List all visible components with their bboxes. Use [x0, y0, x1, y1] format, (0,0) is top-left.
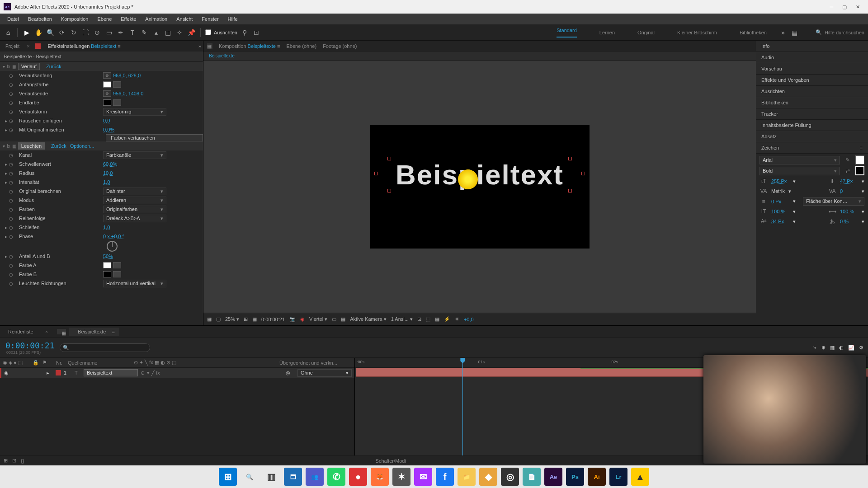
app-orange-icon[interactable]: ◆ — [479, 468, 497, 486]
toggle-icon[interactable]: {} — [21, 458, 24, 464]
workspace-lernen[interactable]: Lernen — [599, 30, 615, 35]
prop-dropdown[interactable]: Dreieck A>B>A — [103, 215, 166, 222]
font-size-value[interactable]: 255 Px — [771, 178, 789, 184]
whatsapp-icon[interactable]: ✆ — [327, 468, 345, 486]
vscale-value[interactable]: 100 % — [771, 209, 789, 214]
tab-close-icon[interactable]: × — [27, 43, 29, 49]
workspace-menu-icon[interactable]: ▦ — [790, 28, 799, 37]
eraser-tool-icon[interactable]: ◫ — [163, 28, 172, 37]
shape-tool-icon[interactable]: ▭ — [104, 28, 113, 37]
collapse-icon[interactable]: ⊕ — [821, 345, 826, 351]
panel-character[interactable]: Zeichen≡ — [756, 142, 868, 154]
stopwatch-icon[interactable] — [9, 170, 15, 176]
workspace-kleiner-bildschirm[interactable]: Kleiner Bildschirm — [677, 30, 717, 35]
stopwatch-icon[interactable] — [9, 82, 15, 87]
color-swatch[interactable] — [103, 271, 111, 277]
composition-viewport[interactable]: Beispieltext — [203, 61, 756, 313]
stopwatch-icon[interactable] — [9, 263, 15, 268]
menu-animation[interactable]: Animation — [141, 14, 172, 23]
prop-value[interactable]: 1,0 — [103, 225, 110, 230]
swap-colors-button[interactable]: Farben vertauschen — [106, 134, 203, 141]
region-icon[interactable]: ▭ — [332, 316, 336, 322]
text-tool-icon[interactable]: T — [128, 28, 137, 37]
stopwatch-icon[interactable] — [9, 206, 15, 212]
prop-value[interactable]: 956,0, 1408,0 — [113, 91, 143, 96]
leading-value[interactable]: 47 Px — [840, 178, 858, 184]
stopwatch-icon[interactable] — [9, 281, 15, 286]
mask-icon[interactable]: ▢ — [216, 316, 221, 322]
stroke-style-dropdown[interactable]: Fläche über Kon… — [803, 197, 864, 206]
camera-dropdown[interactable]: Aktive Kamera ▾ — [350, 316, 387, 322]
teams-icon[interactable]: 👥 — [306, 468, 324, 486]
ae-icon[interactable]: Ae — [544, 468, 562, 486]
timeline-timecode[interactable]: 0:00:00:21 — [0, 341, 60, 350]
fx-header-leuchten[interactable]: ▾fx▦ Leuchten Zurück Optionen... — [0, 141, 203, 150]
prop-value[interactable]: 0 x +0,0 ° — [103, 234, 124, 239]
grid-icon[interactable]: ▦ — [252, 316, 257, 322]
stopwatch-icon[interactable] — [9, 127, 15, 132]
start-icon[interactable]: ⊞ — [219, 468, 237, 486]
views-dropdown[interactable]: 1 Ansi... ▾ — [391, 316, 413, 322]
stopwatch-icon[interactable] — [9, 225, 15, 230]
stopwatch-icon[interactable] — [9, 234, 15, 239]
zoom-dropdown[interactable]: 25% ▾ — [225, 316, 239, 322]
stopwatch-icon[interactable] — [9, 253, 15, 259]
panel-audio[interactable]: Audio — [756, 52, 868, 63]
parent-pickwhip-icon[interactable]: ◎ — [286, 370, 295, 376]
stopwatch-icon[interactable] — [9, 216, 15, 221]
prop-value[interactable]: 50% — [103, 253, 113, 259]
ps-icon[interactable]: Ps — [566, 468, 584, 486]
anchor-tool-icon[interactable]: ⊙ — [93, 28, 102, 37]
stopwatch-icon[interactable] — [9, 197, 15, 203]
panel-bibliotheken[interactable]: Bibliotheken — [756, 97, 868, 108]
workspace-original[interactable]: Original — [637, 30, 655, 35]
clone-tool-icon[interactable]: ▴ — [151, 28, 160, 37]
stroke-color-swatch[interactable] — [855, 166, 864, 175]
prop-dropdown[interactable]: Addieren — [103, 197, 166, 204]
fx-header-verlauf[interactable]: ▾fx▦ Verlauf Zurück — [0, 62, 203, 71]
puppet-tool-icon[interactable]: 📌 — [187, 28, 196, 37]
zoom-tool-icon[interactable]: 🔍 — [46, 28, 55, 37]
rotate-tool-icon[interactable]: ↻ — [69, 28, 78, 37]
stopwatch-icon[interactable] — [9, 161, 15, 167]
roto-tool-icon[interactable]: ✧ — [175, 28, 184, 37]
font-style-dropdown[interactable]: Bold — [760, 167, 840, 175]
point-target-icon[interactable]: ⊕ — [103, 72, 111, 79]
layer-handle[interactable] — [581, 172, 585, 175]
firefox-icon[interactable]: 🦊 — [371, 468, 389, 486]
tab-project[interactable]: Projekt — [2, 42, 23, 50]
stopwatch-icon[interactable] — [9, 73, 15, 78]
exposure-value[interactable]: +0,0 — [464, 317, 474, 322]
kerning-dropdown[interactable]: Metrik — [771, 188, 785, 194]
layer-handle[interactable] — [374, 172, 378, 175]
stopwatch-icon[interactable] — [9, 91, 15, 96]
stopwatch-icon[interactable] — [9, 179, 15, 185]
stopwatch-icon[interactable] — [9, 188, 15, 194]
explorer-icon[interactable]: 🗔 — [284, 468, 302, 486]
color-swatch[interactable] — [103, 99, 111, 106]
home-icon[interactable]: ⌂ — [4, 28, 13, 37]
fast-icon[interactable]: ⚡ — [444, 316, 450, 322]
frame-blend-icon[interactable]: ▦ — [830, 345, 835, 351]
prop-value[interactable]: 0,0 — [103, 118, 110, 123]
swap-color-icon[interactable]: ⇄ — [844, 167, 852, 175]
close-button[interactable]: ✕ — [856, 4, 860, 10]
panel-tracker[interactable]: Tracker — [756, 108, 868, 120]
layer-handle[interactable] — [387, 189, 391, 192]
eyedropper-icon[interactable] — [113, 271, 121, 277]
minimize-button[interactable]: ─ — [830, 4, 833, 10]
notepad-icon[interactable]: 📄 — [523, 468, 541, 486]
align-checkbox[interactable] — [205, 29, 211, 35]
fx-name[interactable]: Leuchten — [18, 142, 45, 150]
quality-dropdown[interactable]: Viertel ▾ — [309, 316, 327, 322]
fx-reset[interactable]: Zurück — [46, 64, 61, 69]
brain-icon[interactable]: ⚙ — [859, 345, 863, 351]
tab-close-icon[interactable]: × — [41, 328, 52, 336]
switches-modes-label[interactable]: Schalter/Modi — [376, 458, 406, 464]
tab-renderlist[interactable]: Renderliste — [4, 328, 38, 336]
lr-icon[interactable]: Lr — [609, 468, 627, 486]
menu-effekte[interactable]: Effekte — [116, 14, 141, 23]
layer-handle[interactable] — [387, 157, 391, 160]
fill-color-swatch[interactable] — [855, 155, 864, 164]
toggle-switches-icon[interactable]: ⊞ — [4, 458, 8, 464]
